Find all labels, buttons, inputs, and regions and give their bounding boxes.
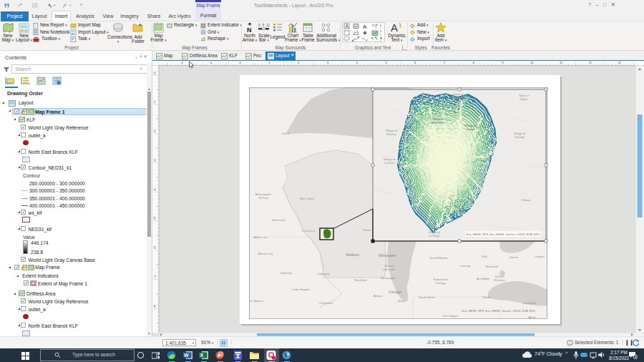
svg-text:Monroe: Monroe xyxy=(386,132,396,136)
svg-text:La Farge: La Farge xyxy=(429,234,441,238)
svg-text:0 5 10: 0 5 10 xyxy=(258,23,270,27)
svg-text:Chicago: Chicago xyxy=(389,290,402,294)
svg-text:Kenosha: Kenosha xyxy=(384,268,396,271)
svg-text:Mason City: Mason City xyxy=(258,252,274,255)
svg-text:Avalanche: Avalanche xyxy=(431,121,445,124)
svg-text:Davenport: Davenport xyxy=(319,301,333,305)
svg-text:Kendall: Kendall xyxy=(514,135,524,139)
svg-text:Cedar Rapids: Cedar Rapids xyxy=(291,288,310,291)
svg-text:Fores: Fores xyxy=(364,228,371,232)
svg-text:Dubuque: Dubuque xyxy=(318,272,331,275)
svg-text:Madison: Madison xyxy=(346,253,360,257)
svg-text:Esri, HERE, NPS, Esri, HERE, G: Esri, HERE, NPS, Esri, HERE, Garmin, USG… xyxy=(467,233,540,236)
svg-text:A: A xyxy=(363,24,367,30)
svg-text:Eau Claire: Eau Claire xyxy=(300,197,314,200)
svg-text:10: 10 xyxy=(530,61,534,64)
svg-text:W: W xyxy=(184,353,189,358)
svg-text:Waterloo: Waterloo xyxy=(280,271,293,275)
svg-text:Cleveland: Cleveland xyxy=(523,301,537,305)
svg-text:Lansing: Lansing xyxy=(460,264,471,268)
svg-text:N: N xyxy=(247,26,252,33)
svg-text:X: X xyxy=(200,353,204,358)
svg-text:Clifton: Clifton xyxy=(519,97,527,101)
svg-text:Portage: Portage xyxy=(436,281,447,285)
svg-text:Duluth: Duluth xyxy=(282,132,291,135)
svg-text:Forest: Forest xyxy=(454,96,462,99)
svg-text:Flint: Flint xyxy=(482,255,488,258)
svg-text:13: 13 xyxy=(618,61,621,64)
svg-text:Ann Arbor: Ann Arbor xyxy=(477,277,490,280)
svg-text:A: A xyxy=(346,24,349,29)
svg-text:Rockford: Rockford xyxy=(355,278,367,282)
svg-text:P: P xyxy=(218,353,221,358)
svg-text:Rochester: Rochester xyxy=(272,218,286,222)
svg-text:Albert Lea: Albert Lea xyxy=(253,235,268,239)
svg-text:12: 12 xyxy=(589,61,592,64)
svg-text:Waukegan: Waukegan xyxy=(381,276,396,280)
svg-text:Des Moines: Des Moines xyxy=(248,299,263,303)
svg-text:Sarnia: Sarnia xyxy=(509,255,519,259)
svg-text:Esri, HERE, NPS, Esri, HERE, G: Esri, HERE, NPS, Esri, HERE, Garmin, USG… xyxy=(462,309,536,313)
svg-text:Milwaukee: Milwaukee xyxy=(379,253,396,258)
svg-text:Cashton: Cashton xyxy=(384,161,395,165)
svg-text:Toledo: Toledo xyxy=(482,295,492,299)
svg-text:Grand Rapids: Grand Rapids xyxy=(429,256,448,260)
svg-text:Ontario: Ontario xyxy=(465,127,475,131)
svg-text:Urbana: Urbana xyxy=(521,198,531,202)
svg-text:Fort Wayne: Fort Wayne xyxy=(443,314,459,318)
svg-text:Gary: Gary xyxy=(397,299,404,303)
svg-text:A: A xyxy=(391,22,398,33)
svg-text:St Paul: St Paul xyxy=(258,196,268,200)
svg-text:Windsor: Windsor xyxy=(494,278,505,282)
svg-text:Aurora: Aurora xyxy=(374,294,383,298)
svg-text:La Crosse: La Crosse xyxy=(301,229,316,233)
svg-text:Waterford: Waterford xyxy=(485,265,499,268)
svg-text:London: London xyxy=(535,255,545,258)
svg-text:South Bend: South Bend xyxy=(419,295,435,299)
